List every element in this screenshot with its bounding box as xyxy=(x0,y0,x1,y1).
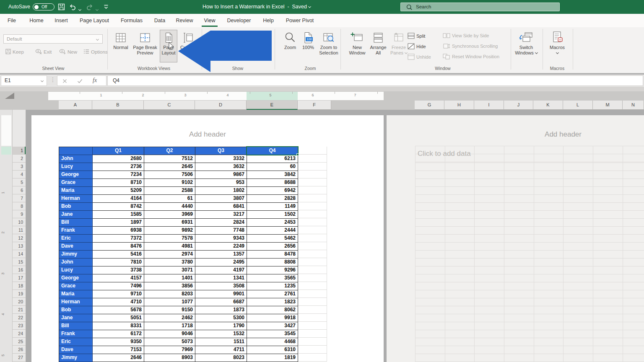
cell-C7[interactable]: 61 xyxy=(144,195,195,203)
cell-E24[interactable]: 3545 xyxy=(247,330,298,338)
cell-C5[interactable]: 9102 xyxy=(144,179,195,187)
cell-D6[interactable]: 1802 xyxy=(195,187,247,195)
cell-C3[interactable]: 2645 xyxy=(144,163,195,171)
name-box[interactable]: E1 xyxy=(1,75,47,86)
column-header-A[interactable]: A xyxy=(59,101,92,110)
split-button[interactable]: Split xyxy=(408,33,425,39)
search-input[interactable]: Search xyxy=(400,3,560,11)
cell-D9[interactable]: 3217 xyxy=(195,211,247,219)
row-header-6[interactable]: 6 xyxy=(13,186,26,194)
cell-E20[interactable]: 1823 xyxy=(247,298,298,306)
cell-B4[interactable]: 7234 xyxy=(93,171,144,179)
page-layout-view-button[interactable]: Page Layout xyxy=(159,31,178,56)
cell-B13[interactable]: 8476 xyxy=(93,243,144,251)
hide-button[interactable]: Hide xyxy=(408,43,426,49)
zoom-to-selection-button[interactable]: Zoom to Selection xyxy=(317,31,340,56)
cell-B15[interactable]: 7810 xyxy=(93,259,144,266)
cell-E26[interactable]: 6310 xyxy=(247,346,298,354)
synchronous-scrolling-button[interactable]: Synchronous Scrolling xyxy=(443,43,498,49)
cell-C18[interactable]: 3856 xyxy=(144,282,195,290)
customize-quick-access-icon[interactable] xyxy=(103,4,109,10)
cell-E19[interactable]: 2761 xyxy=(247,290,298,298)
cell-C24[interactable]: 9046 xyxy=(144,330,195,338)
cell-E16[interactable]: 9296 xyxy=(247,266,298,274)
cell-C15[interactable]: 3780 xyxy=(144,259,195,266)
cell-A3[interactable]: Lucy xyxy=(59,163,93,171)
cell-E17[interactable]: 3565 xyxy=(247,274,298,282)
cell-B20[interactable]: 4710 xyxy=(93,298,144,306)
cell-A7[interactable]: Herman xyxy=(59,195,93,203)
tab-review[interactable]: Review xyxy=(176,14,193,27)
cell-B12[interactable]: 7372 xyxy=(93,235,144,243)
zoom-button[interactable]: Zoom xyxy=(280,31,300,50)
cell-D22[interactable]: 5300 xyxy=(195,314,247,322)
cell-E23[interactable]: 3427 xyxy=(247,322,298,330)
cell-D23[interactable]: 1790 xyxy=(195,322,247,330)
switch-windows-button[interactable]: Switch Windows xyxy=(515,31,538,56)
new-window-button[interactable]: New Window xyxy=(347,31,367,56)
column-header-F[interactable]: F xyxy=(298,101,331,110)
cell-B8[interactable]: 8742 xyxy=(93,203,144,211)
page1-add-header-placeholder[interactable]: Add header xyxy=(189,130,226,139)
cell-D26[interactable]: 4711 xyxy=(195,346,247,354)
cell-D8[interactable]: 6841 xyxy=(195,203,247,211)
cell-D1[interactable]: Q3 xyxy=(195,147,247,155)
cell-C4[interactable]: 7506 xyxy=(144,171,195,179)
cell-A14[interactable]: Jimmy xyxy=(59,251,93,259)
autosave-toggle[interactable]: Off xyxy=(33,3,55,10)
cell-C11[interactable]: 9892 xyxy=(144,227,195,235)
cell-A24[interactable]: Frank xyxy=(59,330,93,338)
cell-B1[interactable]: Q1 xyxy=(93,147,144,155)
row-header-5[interactable]: 5 xyxy=(13,178,26,186)
cell-B11[interactable]: 6938 xyxy=(93,227,144,235)
cell-D5[interactable]: 953 xyxy=(195,179,247,187)
cell-B24[interactable]: 6172 xyxy=(93,330,144,338)
column-header-C[interactable]: C xyxy=(144,101,195,110)
cell-C1[interactable]: Q2 xyxy=(144,147,195,155)
cell-B21[interactable]: 5678 xyxy=(93,306,144,314)
cell-B19[interactable]: 9710 xyxy=(93,290,144,298)
cell-B5[interactable]: 8710 xyxy=(93,179,144,187)
arrange-all-button[interactable]: Arrange All xyxy=(368,31,388,56)
row-header-17[interactable]: 17 xyxy=(13,274,26,282)
cell-E5[interactable]: 8688 xyxy=(247,179,298,187)
tab-developer[interactable]: Developer xyxy=(227,14,251,27)
column-header-D[interactable]: D xyxy=(195,101,247,110)
cell-C26[interactable]: 7969 xyxy=(144,346,195,354)
row-header-2[interactable]: 2 xyxy=(13,155,26,163)
formula-input[interactable]: Q4 xyxy=(107,75,643,86)
cell-C17[interactable]: 1401 xyxy=(144,274,195,282)
cell-A4[interactable]: George xyxy=(59,171,93,179)
page2-add-header-placeholder[interactable]: Add header xyxy=(545,130,582,139)
row-header-21[interactable]: 21 xyxy=(13,306,26,314)
cell-D24[interactable]: 1532 xyxy=(195,330,247,338)
row-header-24[interactable]: 24 xyxy=(13,330,26,338)
cell-B10[interactable]: 1897 xyxy=(93,219,144,227)
cell-D21[interactable]: 1873 xyxy=(195,306,247,314)
row-header-27[interactable]: 27 xyxy=(13,354,26,362)
tab-help[interactable]: Help xyxy=(263,14,274,27)
row-header-9[interactable]: 9 xyxy=(13,210,26,218)
row-header-4[interactable]: 4 xyxy=(13,171,26,178)
cell-D11[interactable]: 7748 xyxy=(195,227,247,235)
normal-view-button[interactable]: Normal xyxy=(109,31,132,50)
cell-D25[interactable]: 1511 xyxy=(195,338,247,346)
cell-C14[interactable]: 2974 xyxy=(144,251,195,259)
cell-A15[interactable]: John xyxy=(59,259,93,266)
enter-icon[interactable] xyxy=(77,79,83,83)
cell-A22[interactable]: Jane xyxy=(59,314,93,322)
cell-E13[interactable]: 2656 xyxy=(247,243,298,251)
cell-E12[interactable]: 5462 xyxy=(247,235,298,243)
row-header-12[interactable]: 12 xyxy=(13,234,26,242)
cell-A12[interactable]: Eric xyxy=(59,235,93,243)
column-header-E[interactable]: E xyxy=(247,101,298,110)
cell-D13[interactable]: 2249 xyxy=(195,243,247,251)
keep-sheet-view-button[interactable]: Keep xyxy=(5,48,24,57)
row-header-11[interactable]: 11 xyxy=(13,226,26,234)
column-header-H[interactable]: H xyxy=(444,101,474,110)
row-header-25[interactable]: 25 xyxy=(13,338,26,346)
row-header-8[interactable]: 8 xyxy=(13,202,26,210)
cell-D2[interactable]: 3332 xyxy=(195,155,247,163)
cell-C27[interactable]: 8903 xyxy=(144,354,195,362)
cell-A2[interactable]: John xyxy=(59,155,93,163)
